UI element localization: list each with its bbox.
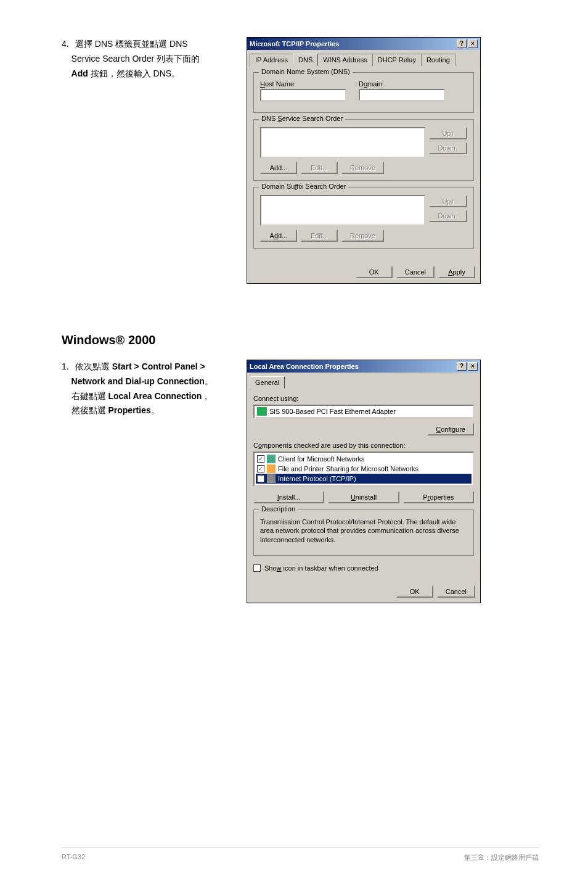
cancel-button[interactable]: Cancel bbox=[396, 266, 435, 278]
ok-button-2[interactable]: OK bbox=[396, 585, 433, 598]
dialog1-title: Microsoft TCP/IP Properties bbox=[250, 40, 339, 47]
show-icon-label: Show icon in taskbar when connected bbox=[264, 564, 378, 572]
page-footer: RT-G32 第三章：設定網路用戶端 bbox=[62, 848, 539, 862]
apply-button[interactable]: Apply bbox=[438, 266, 475, 278]
step4-line1: 選擇 DNS 標籤頁並點選 DNS bbox=[75, 39, 188, 49]
step4-num: 4. bbox=[62, 37, 73, 52]
help-icon-2[interactable]: ? bbox=[457, 362, 467, 371]
adapter-field: SiS 900-Based PCI Fast Ethernet Adapter bbox=[253, 405, 474, 418]
tab-dns[interactable]: DNS bbox=[293, 54, 318, 66]
dns-search-list[interactable] bbox=[260, 127, 425, 158]
footer-right: 第三章：設定網路用戶端 bbox=[464, 853, 539, 862]
lac-dialog: Local Area Connection Properties ? × Gen… bbox=[247, 360, 481, 603]
checkbox-tcpip[interactable]: ✓ bbox=[257, 475, 264, 482]
step1-line3b: Local Area Connection bbox=[108, 391, 202, 401]
comp3: Internet Protocol (TCP/IP) bbox=[278, 475, 356, 482]
client-icon bbox=[267, 455, 276, 463]
suffix-down-button: Down↓ bbox=[429, 210, 467, 222]
host-input[interactable] bbox=[260, 89, 346, 101]
edit-button: Edit... bbox=[301, 162, 338, 174]
domain-input[interactable] bbox=[359, 89, 445, 101]
tab-general[interactable]: General bbox=[250, 376, 285, 389]
comp1: Client for Microsoft Networks bbox=[278, 455, 365, 463]
up-button: Up↑ bbox=[429, 127, 467, 139]
step4-line3-rest: 按鈕，然後輸入 DNS。 bbox=[88, 68, 180, 78]
configure-button[interactable]: Configure bbox=[427, 423, 474, 435]
step1-line1a: 依次點選 bbox=[75, 361, 112, 371]
tab-ipaddress[interactable]: IP Address bbox=[250, 54, 293, 66]
tab-dhcp[interactable]: DHCP Relay bbox=[372, 54, 422, 66]
step1-line4c: 。 bbox=[151, 405, 160, 415]
step1-line4a: 然後點選 bbox=[71, 405, 108, 415]
ok-button[interactable]: OK bbox=[356, 266, 393, 278]
footer-left: RT-G32 bbox=[62, 853, 85, 862]
step1-line4b: Properties bbox=[108, 405, 150, 415]
tab-wins[interactable]: WINS Address bbox=[317, 54, 373, 66]
host-label: Host Name: bbox=[260, 80, 346, 88]
dns-search-title: DNS Service Search Order bbox=[259, 115, 345, 122]
show-icon-checkbox[interactable] bbox=[253, 564, 261, 572]
suffix-remove-button: Remove bbox=[341, 229, 384, 242]
step1-text: 1. 依次點選 Start > Control Panel > Network … bbox=[62, 360, 234, 603]
properties-button[interactable]: Properties bbox=[403, 491, 474, 503]
suffix-title: Domain Suffix Search Order bbox=[259, 183, 348, 190]
step1-line1b: Start > Control Panel > bbox=[112, 361, 205, 371]
dns-group-title: Domain Name System (DNS) bbox=[259, 68, 353, 75]
down-button: Down↓ bbox=[429, 142, 467, 154]
add-button[interactable]: Add... bbox=[260, 162, 297, 174]
remove-button: Remove bbox=[341, 162, 384, 174]
components-label: Components checked are used by this conn… bbox=[253, 442, 474, 449]
dialog1-tabs: IP Address DNS WINS Address DHCP Relay R… bbox=[247, 50, 480, 66]
step1-line3a: 右鍵點選 bbox=[71, 391, 108, 401]
step1-num: 1. bbox=[62, 360, 73, 374]
desc-text: Transmission Control Protocol/Internet P… bbox=[260, 515, 467, 549]
step4-add-bold: Add bbox=[71, 68, 88, 78]
tab-routing[interactable]: Routing bbox=[421, 54, 455, 66]
help-icon[interactable]: ? bbox=[457, 39, 467, 48]
uninstall-button[interactable]: Uninstall bbox=[328, 491, 399, 503]
step4-text: 4. 選擇 DNS 標籤頁並點選 DNS Service Search Orde… bbox=[62, 37, 234, 284]
close-icon[interactable]: × bbox=[468, 39, 478, 48]
suffix-list[interactable] bbox=[260, 195, 425, 226]
nic-icon bbox=[257, 407, 267, 416]
comp2: File and Printer Sharing for Microsoft N… bbox=[278, 465, 419, 472]
desc-label: Description bbox=[259, 505, 298, 513]
adapter-name: SiS 900-Based PCI Fast Ethernet Adapter bbox=[269, 408, 396, 415]
tcpip-dialog: Microsoft TCP/IP Properties ? × IP Addre… bbox=[247, 37, 481, 284]
step1-line2b: Network and Dial-up Connection bbox=[71, 376, 205, 386]
suffix-up-button: Up↑ bbox=[429, 195, 467, 207]
suffix-add-button[interactable]: Add... bbox=[260, 229, 297, 242]
close-icon-2[interactable]: × bbox=[468, 362, 478, 371]
install-button[interactable]: Install... bbox=[253, 491, 324, 503]
proto-icon bbox=[267, 474, 276, 483]
checkbox-file[interactable]: ✓ bbox=[257, 465, 264, 472]
cancel-button-2[interactable]: Cancel bbox=[437, 585, 475, 598]
step1-line2c: 。 bbox=[205, 376, 213, 386]
components-list[interactable]: ✓ Client for Microsoft Networks ✓ File a… bbox=[253, 452, 474, 486]
file-icon bbox=[267, 464, 276, 473]
step4-line2: Service Search Order 列表下面的 bbox=[71, 54, 200, 64]
windows-2000-heading: Windows® 2000 bbox=[62, 333, 539, 347]
dialog2-title: Local Area Connection Properties bbox=[250, 363, 359, 370]
domain-label: Domain: bbox=[359, 80, 445, 88]
connect-using-label: Connect using: bbox=[253, 395, 474, 402]
suffix-edit-button: Edit... bbox=[301, 229, 338, 242]
step1-line3c: ， bbox=[202, 391, 210, 401]
checkbox-client[interactable]: ✓ bbox=[257, 455, 264, 463]
